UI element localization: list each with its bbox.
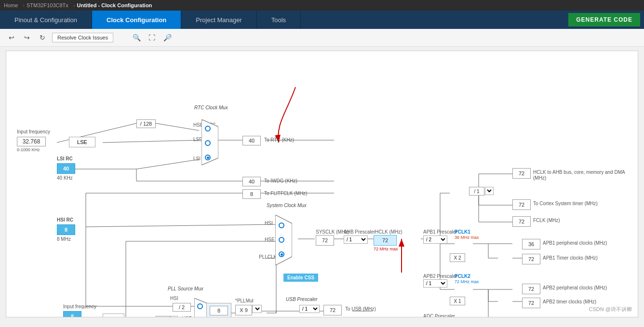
undo-button[interactable]: ↩: [6, 32, 17, 43]
resolve-clock-issues-button[interactable]: Resolve Clock Issues: [52, 33, 113, 42]
input-freq-value-2[interactable]: 8: [63, 311, 81, 317]
apb2-timer-box[interactable]: 72: [522, 298, 540, 308]
apb1-label: APB1 Prescaler: [423, 229, 457, 235]
pllmul-val-box[interactable]: X 9: [235, 305, 252, 315]
sysclk-mux-label: System Clock Mux: [267, 203, 307, 208]
svg-line-3: [136, 159, 199, 169]
pll-div1-box: / 1: [156, 316, 170, 317]
pclk2-label: PCLK2: [455, 274, 470, 279]
pll-hsi-label: HSI: [170, 296, 178, 301]
tab-project[interactable]: Project Manager: [181, 11, 256, 29]
tab-clock[interactable]: Clock Configuration: [92, 11, 181, 29]
pll-hsi-radio[interactable]: [197, 303, 203, 309]
pll-hse-label: HSE: [182, 316, 192, 317]
svg-line-1: [103, 140, 199, 143]
apb2-periph-label: APB2 peripheral clocks (MHz): [543, 285, 607, 290]
usb-prescaler-select[interactable]: / 1 / 1.5: [299, 305, 320, 313]
nav-chip[interactable]: STM32F103C8Tx: [27, 2, 68, 8]
lsi-value-box[interactable]: 40: [57, 163, 75, 174]
apb2-prescaler-select[interactable]: / 1 / 2: [423, 279, 447, 288]
usb-out-label: To USB (MHz): [345, 306, 376, 312]
lse-box[interactable]: LSE: [69, 137, 95, 147]
apb1-periph-box[interactable]: 36: [522, 239, 540, 249]
zoom-out-button[interactable]: 🔎: [161, 32, 173, 43]
apb2-timer-label: APB2 timer clocks (MHz): [543, 299, 596, 304]
fit-button[interactable]: ⛶: [146, 32, 158, 43]
svg-line-4: [156, 123, 199, 131]
sysclk-mux-radios: [279, 222, 284, 257]
pll-div1-select[interactable]: ∨: [170, 316, 178, 317]
zoom-in-button[interactable]: 🔍: [131, 32, 142, 43]
input-freq-value-1[interactable]: 32.768: [17, 137, 46, 146]
input-freq-range-1: 0-1000 KHz: [17, 147, 40, 152]
hse-box[interactable]: HSE: [103, 314, 124, 317]
apb2-periph-box[interactable]: 72: [522, 284, 540, 294]
pll-box: 8 PLL: [206, 303, 231, 317]
toolbar: ↩ ↪ ↻ Resolve Clock Issues 🔍 ⛶ 🔎: [0, 29, 644, 47]
hsi-value-box[interactable]: 8: [57, 224, 75, 235]
nav-chevron-2: ›: [73, 2, 75, 8]
input-freq-label-2: Input frequency: [63, 304, 96, 309]
tab-tools[interactable]: Tools: [257, 11, 301, 29]
div128-box[interactable]: / 128: [136, 119, 156, 128]
generate-code-button[interactable]: GENERATE CODE: [568, 13, 640, 26]
pll-source-label: PLL Source Mux: [168, 286, 203, 291]
pll-val-box[interactable]: 8: [210, 306, 228, 315]
pclk1-max: 36 MHz max: [455, 235, 479, 240]
fclk-label: FCLK (MHz): [533, 218, 560, 223]
adc-label: ADC Prescaler: [423, 314, 455, 317]
pllmul-label: *PLLMul: [235, 298, 254, 303]
apb1-timer-box[interactable]: 72: [522, 254, 540, 264]
sysclk-pll-radio[interactable]: [279, 251, 284, 257]
pllmul-select[interactable]: ∨: [252, 305, 262, 313]
sysclk-hse-radio[interactable]: [279, 237, 284, 243]
apb1-prescaler-select[interactable]: / 2 / 1 / 4: [423, 235, 447, 244]
rtc-hse-radio[interactable]: [205, 126, 211, 131]
clock-diagram-canvas: Input frequency 32.768 0-1000 KHz LSE LS…: [6, 51, 638, 317]
rtc-mux-radios: [205, 126, 211, 160]
fclk-box[interactable]: 72: [512, 216, 531, 227]
ahb-label: AHB Prescaler: [344, 229, 376, 235]
flit-box[interactable]: 8: [242, 189, 261, 199]
x1-box[interactable]: X 1: [450, 297, 465, 305]
svg-line-14: [86, 224, 276, 227]
rtc-out-box[interactable]: 40: [242, 136, 261, 145]
adc-out-box[interactable]: 36: [532, 317, 550, 317]
sysclk-val-box[interactable]: 72: [316, 235, 334, 246]
tab-pinout[interactable]: Pinout & Configuration: [0, 11, 92, 29]
hclk-val-box[interactable]: 72: [374, 235, 397, 246]
refresh-button[interactable]: ↻: [37, 32, 48, 43]
rtc-out-label: To RTC (KHz): [264, 137, 294, 143]
hsi-rc-label: HSI RC: [57, 217, 73, 222]
flit-label: To FLITFCLK (MHz): [264, 191, 307, 196]
clock-diagram: Input frequency 32.768 0-1000 KHz LSE LS…: [6, 51, 638, 317]
ahb-prescaler-select[interactable]: / 1 / 2 / 4: [344, 235, 368, 244]
cortex-box[interactable]: 72: [512, 199, 531, 210]
tab-bar: Pinout & Configuration Clock Configurati…: [0, 11, 644, 29]
sysclk-hse-label: HSE: [265, 237, 275, 242]
sysclk-hsi-radio[interactable]: [279, 222, 284, 228]
rtc-lsi-radio[interactable]: [205, 155, 211, 160]
pll-hse-radio[interactable]: [197, 317, 203, 317]
nav-home[interactable]: Home: [4, 2, 18, 8]
enable-css-button[interactable]: Enable CSS: [283, 274, 318, 282]
diagram-lines: [6, 51, 638, 317]
hclk-ahb-box[interactable]: 72: [512, 168, 531, 179]
watermark: CSDN @诗不诉卿: [589, 306, 632, 313]
iwdg-label: To IWDG (KHz): [264, 178, 297, 183]
apb2-label: APB2 Prescaler: [423, 274, 457, 279]
hclk-ahb-label: HCLK to AHB bus, core, memory and DMA (M…: [533, 170, 638, 181]
pclk2-max: 72 MHz max: [455, 279, 479, 284]
cortex-label: To Cortex System timer (MHz): [533, 201, 598, 206]
iwdg-box[interactable]: 40: [242, 177, 261, 186]
x2-box[interactable]: X 2: [450, 253, 465, 262]
pll-div2-box[interactable]: / 2: [173, 303, 191, 312]
input-freq-label-1: Input frequency: [17, 129, 50, 134]
redo-button[interactable]: ↪: [21, 32, 33, 43]
red-arrow-annotation: [6, 51, 638, 317]
usb-val-box[interactable]: 72: [323, 305, 342, 315]
nav-title: Untitled - Clock Configuration: [77, 2, 152, 8]
rtc-lse-radio[interactable]: [205, 140, 211, 146]
lsi-khz-label: 40 KHz: [57, 175, 73, 181]
div1-cortex-select[interactable]: ∨: [485, 187, 494, 195]
